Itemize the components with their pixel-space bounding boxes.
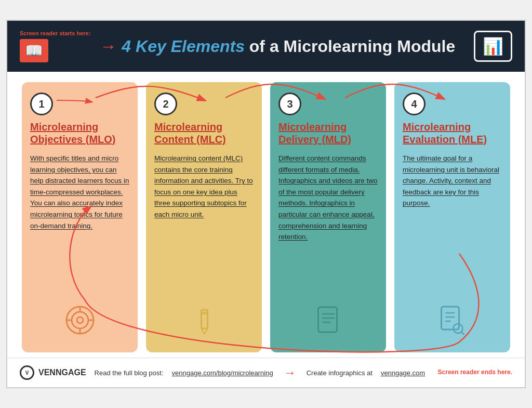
target-icon (64, 305, 96, 342)
svg-marker-8 (201, 328, 207, 334)
col2-body: Microlearning content (MLC) contains the… (154, 153, 254, 220)
screen-reader-end-label: Screen reader ends here. (438, 368, 512, 377)
logo-circle-icon: V (20, 365, 34, 380)
col1-body: With specific titles and micro learning … (30, 153, 129, 231)
header-arrow-icon: → (100, 37, 116, 56)
columns-container: 1 Microlearning Objectives (MLO) With sp… (7, 72, 525, 358)
screen-reader-text: Screen reader starts here: (20, 30, 90, 37)
col1-number: 1 (38, 98, 44, 110)
column-2: 2 Microlearning Content (MLC) Microlearn… (146, 82, 262, 352)
header: Screen reader starts here: 📖 → 4 Key Ele… (7, 21, 525, 72)
col2-title: Microlearning Content (MLC) (154, 121, 254, 146)
number-badge-4: 4 (403, 93, 425, 115)
svg-line-20 (461, 332, 464, 335)
footer-cta-link[interactable]: venngage.com (381, 369, 425, 377)
footer: V VENNGAGE Read the full blog post: venn… (7, 358, 525, 387)
doc-search-icon (438, 305, 467, 342)
header-title: 4 Key Elements of a Microlearning Module (122, 37, 455, 56)
footer-cta-text: Create infographics at (307, 369, 373, 377)
footer-arrow-icon: → (284, 365, 296, 380)
footer-read-text: Read the full blog post: (95, 369, 164, 377)
column-4: 4 Microlearning Evaluation (MLE) The ult… (394, 82, 510, 352)
main-area: 1 Microlearning Objectives (MLO) With sp… (7, 72, 525, 358)
column-1: 1 Microlearning Objectives (MLO) With sp… (22, 82, 138, 352)
monitor-icon-wrap: 📊 (474, 31, 512, 62)
venngage-logo: V VENNGAGE (20, 365, 86, 380)
col1-title: Microlearning Objectives (MLO) (30, 121, 129, 146)
screen-reader-start-label: Screen reader starts here: 📖 (20, 30, 90, 62)
footer-blog-link[interactable]: venngage.com/blog/microlearning (172, 369, 273, 377)
header-title-rest: of a Microlearning Module (245, 37, 455, 56)
col4-title: Microlearning Evaluation (MLE) (403, 121, 502, 146)
venngage-wordmark: VENNGAGE (38, 368, 86, 377)
col2-number: 2 (163, 98, 168, 110)
number-badge-2: 2 (154, 93, 177, 115)
header-title-accent: 4 Key Elements (122, 37, 245, 56)
svg-rect-11 (318, 307, 337, 332)
col3-number: 3 (287, 98, 292, 110)
col3-title: Microlearning Delivery (MLD) (278, 121, 378, 146)
col3-body: Different content commands different for… (278, 153, 378, 243)
col4-body: The ultimate goal for a microlearning un… (403, 153, 502, 209)
col4-number: 4 (411, 98, 417, 110)
header-title-area: → 4 Key Elements of a Microlearning Modu… (100, 37, 464, 56)
document-icon (314, 305, 342, 342)
svg-point-2 (77, 317, 83, 323)
number-badge-3: 3 (278, 93, 301, 115)
infographic-container: Screen reader starts here: 📖 → 4 Key Ele… (6, 20, 526, 388)
monitor-icon: 📊 (483, 37, 503, 56)
column-3: 3 Microlearning Delivery (MLD) Different… (270, 82, 386, 352)
svg-point-1 (72, 312, 88, 328)
pencil-icon (190, 307, 218, 342)
book-icon: 📖 (25, 43, 43, 59)
svg-rect-15 (441, 307, 459, 330)
book-icon-wrap: 📖 (20, 39, 48, 62)
number-badge-1: 1 (30, 93, 53, 115)
